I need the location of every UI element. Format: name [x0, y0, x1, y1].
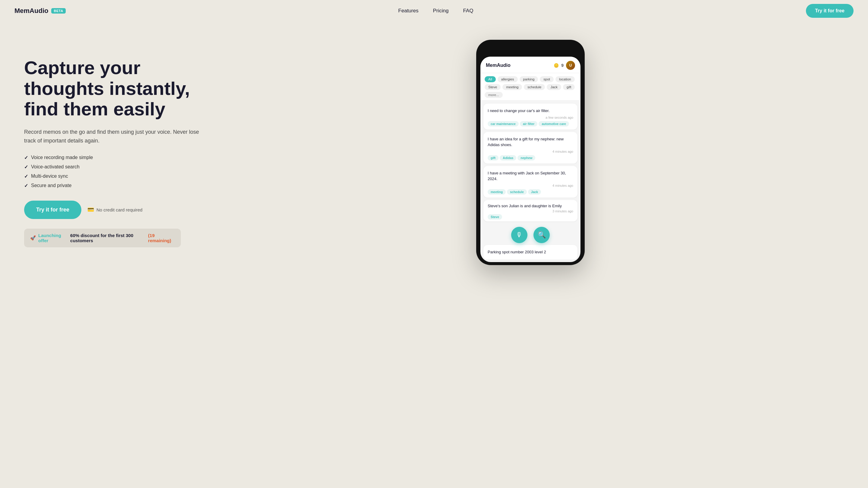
hero-cta-button[interactable]: Try it for free	[24, 201, 82, 219]
check-icon-2: ✓	[24, 164, 28, 170]
check-icon-1: ✓	[24, 155, 28, 161]
memo-text-5: Parking spot number 2003 level 2	[488, 249, 573, 255]
phone-mockup: MemAudio 🪙 9 U All allergies parking spo…	[476, 40, 585, 265]
check-icon-4: ✓	[24, 183, 28, 189]
nav-faq[interactable]: FAQ	[463, 8, 473, 13]
hero-features: ✓Voice recording made simple ✓Voice-acti…	[24, 155, 205, 189]
card-icon: 💳	[87, 206, 94, 213]
bottom-fab-row: 🎙 🔍	[480, 224, 581, 245]
launch-remaining: (19 remaining)	[148, 233, 175, 243]
beta-badge: BETA	[51, 8, 65, 13]
memo-tag-automotive-care: automotive care	[538, 121, 569, 127]
memo-time-3: 4 minutes ago	[488, 184, 573, 187]
no-cc-text: No credit card required	[96, 207, 143, 213]
app-header-right: 🪙 9 U	[554, 61, 575, 70]
memo-tag-meeting: meeting	[488, 189, 506, 195]
memo-time-4: 3 minutes ago	[488, 209, 573, 213]
tags-section: All allergies parking spot location Stev…	[480, 73, 581, 101]
coin-count: 9	[561, 63, 564, 68]
phone-screen: MemAudio 🪙 9 U All allergies parking spo…	[480, 57, 581, 262]
phone-notch	[513, 45, 549, 54]
tag-jack[interactable]: Jack	[547, 84, 561, 90]
memo-tags-3: meeting schedule Jack	[488, 189, 573, 195]
logo-area: MemAudio BETA	[14, 7, 66, 15]
feature-3: ✓Multi-device sync	[24, 173, 205, 179]
memo-tag-nephew: nephew	[518, 155, 535, 161]
hero-heading: Capture your thoughts instantly, find th…	[24, 58, 205, 119]
hero-subtext: Record memos on the go and find them usi…	[24, 128, 205, 145]
hero-right: MemAudio 🪙 9 U All allergies parking spo…	[217, 40, 844, 265]
nav-features[interactable]: Features	[398, 8, 418, 13]
memo-tags-2: gift Adidas nephew	[488, 155, 573, 161]
record-button[interactable]: 🎙	[511, 227, 527, 243]
memo-tag-adidas: Adidas	[500, 155, 516, 161]
feature-4: ✓Secure and private	[24, 183, 205, 189]
tag-more[interactable]: more...	[485, 92, 503, 98]
launch-label: Launching offer	[38, 233, 68, 243]
memo-text-3: I have a meeting with Jack on September …	[488, 170, 573, 182]
tag-all[interactable]: All	[485, 76, 496, 82]
tag-meeting[interactable]: meeting	[502, 84, 522, 90]
memo-text-1: I need to change your car's air filter.	[488, 108, 573, 114]
tag-spot[interactable]: spot	[540, 76, 554, 82]
hero-section: Capture your thoughts instantly, find th…	[0, 22, 868, 289]
navbar: MemAudio BETA Features Pricing FAQ Try i…	[0, 0, 868, 22]
memo-card-3[interactable]: I have a meeting with Jack on September …	[484, 166, 578, 198]
hero-left: Capture your thoughts instantly, find th…	[24, 58, 205, 247]
memo-tags-4: Steve	[488, 214, 573, 220]
feature-2: ✓Voice-activated search	[24, 164, 205, 170]
memo-tag-steve: Steve	[488, 214, 502, 220]
tag-allergies[interactable]: allergies	[498, 76, 518, 82]
coin-stack-icon: 🪙	[554, 63, 559, 68]
memo-card-5[interactable]: Parking spot number 2003 level 2	[484, 245, 578, 260]
app-header: MemAudio 🪙 9 U	[480, 57, 581, 73]
memo-time-1: a few seconds ago	[488, 116, 573, 119]
nav-cta-button[interactable]: Try it for free	[806, 4, 854, 18]
partial-last-memo-container: Parking spot number 2003 level 2	[480, 245, 581, 262]
launch-offer-box: 🚀 Launching offer 60% discount for the f…	[24, 229, 181, 247]
memo-text-2: I have an idea for a gift for my nephew:…	[488, 136, 573, 148]
logo-text: MemAudio	[14, 7, 48, 15]
nav-links: Features Pricing FAQ	[398, 8, 473, 14]
memo-tags-1: car maintenance air filter automotive ca…	[488, 121, 573, 127]
tag-gift[interactable]: gift	[563, 84, 575, 90]
hero-cta-row: Try it for free 💳 No credit card require…	[24, 201, 205, 219]
memo-tag-car-maintenance: car maintenance	[488, 121, 519, 127]
memo-tag-gift: gift	[488, 155, 498, 161]
feature-1: ✓Voice recording made simple	[24, 155, 205, 161]
check-icon-3: ✓	[24, 173, 28, 179]
search-button[interactable]: 🔍	[533, 227, 550, 243]
tag-schedule[interactable]: schedule	[524, 84, 545, 90]
memo-tag-schedule: schedule	[507, 189, 527, 195]
no-credit-card-label: 💳 No credit card required	[87, 206, 143, 213]
app-title: MemAudio	[486, 63, 510, 68]
memo-card-1[interactable]: I need to change your car's air filter. …	[484, 104, 578, 130]
memo-text-4: Steve's son Julian is and daughter is Em…	[488, 204, 573, 208]
memo-list: I need to change your car's air filter. …	[480, 101, 581, 224]
nav-pricing[interactable]: Pricing	[433, 8, 448, 13]
tag-parking[interactable]: parking	[520, 76, 538, 82]
launch-discount-text: 60% discount for the first 300 customers	[70, 233, 146, 243]
memo-time-2: 4 minutes ago	[488, 150, 573, 153]
tag-location[interactable]: location	[555, 76, 575, 82]
rocket-icon: 🚀	[30, 235, 36, 241]
memo-card-2[interactable]: I have an idea for a gift for my nephew:…	[484, 132, 578, 164]
tag-steve[interactable]: Steve	[485, 84, 501, 90]
memo-tag-jack: Jack	[528, 189, 541, 195]
memo-card-4[interactable]: Steve's son Julian is and daughter is Em…	[484, 200, 578, 221]
user-avatar[interactable]: U	[566, 61, 575, 70]
memo-tag-air-filter: air filter	[520, 121, 538, 127]
